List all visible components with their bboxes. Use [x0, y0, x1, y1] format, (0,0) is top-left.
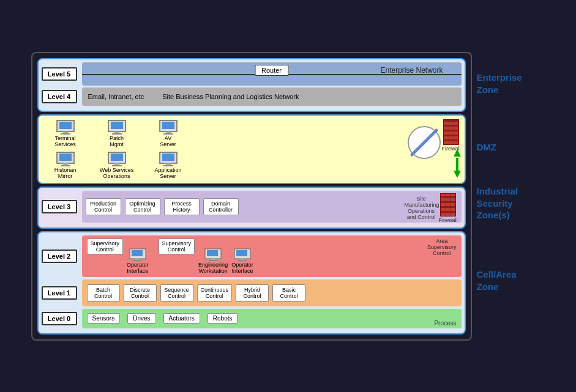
level3-box: Level 3: [42, 200, 77, 213]
enterprise-network-label: Enterprise Network: [380, 66, 443, 75]
svg-rect-12: [166, 131, 171, 133]
industrial-zone: Level 3 Production Control Optimizing Co…: [37, 187, 466, 229]
level4-content: Email, Intranet, etc Site Business Plann…: [82, 87, 462, 106]
level5-content: Enterprise Network Router: [82, 62, 462, 86]
dmz-no-entry-circle: [407, 125, 441, 160]
svg-rect-7: [111, 122, 123, 129]
level2-comp2: Engineering Workstation: [198, 248, 228, 274]
level2-op2-label: Operator Interface: [231, 262, 253, 274]
svg-rect-37: [238, 260, 247, 261]
diagram-wrapper: Level 5 Enterprise Network Router Level …: [25, 46, 552, 347]
arrow-down: [454, 171, 461, 178]
computer-icon-av: [159, 119, 178, 135]
level2-group2: Supervisory Control: [159, 239, 195, 254]
svg-rect-16: [63, 163, 68, 165]
arrow-stem-2: [456, 162, 458, 171]
cell-zone: Level 2 Supervisory Control: [37, 231, 466, 335]
level2-area-group: Area Supervisory Control: [427, 238, 457, 257]
svg-rect-13: [163, 133, 173, 135]
svg-rect-21: [112, 165, 122, 166]
level0-actuators: Actuators: [163, 313, 200, 324]
level1-continuous: Continuous Control: [197, 284, 233, 301]
svg-rect-28: [135, 259, 140, 260]
computer-icon-op1: [129, 248, 146, 262]
svg-rect-23: [162, 153, 174, 161]
dmz-row2: Historian Mirror Web Services Operations: [42, 151, 461, 179]
level2-row: Level 2 Supervisory Control: [42, 235, 462, 277]
computer-icon-historian: [56, 151, 75, 167]
firewall-bottom-wall: [440, 193, 456, 216]
dmz-label-av: AV Server: [160, 135, 176, 147]
firewall-top-wall: [443, 119, 459, 145]
level3-row: Level 3 Production Control Optimizing Co…: [42, 191, 462, 223]
computer-icon-eng: [204, 248, 222, 262]
svg-rect-27: [132, 250, 143, 256]
level1-basic: Basic Control: [272, 284, 305, 301]
zone-labels-panel: Enterprise Zone DMZ Industrial Security …: [472, 52, 545, 341]
dmz-item-web: Web Services Operations: [94, 151, 140, 179]
level2-op1-label: Operator Interface: [127, 262, 149, 274]
svg-rect-20: [114, 163, 119, 165]
svg-rect-29: [133, 260, 142, 261]
enterprise-zone: Level 5 Enterprise Network Router Level …: [37, 58, 466, 112]
level0-drives: Drives: [127, 313, 155, 324]
level4-site: Site Business Planning and Logistics Net…: [162, 93, 299, 100]
level0-content: Sensors Drives Actuators Robots Process: [82, 309, 462, 328]
svg-rect-36: [240, 259, 245, 260]
site-mfg-text: Site Manufacturing Operations and Contro…: [405, 196, 438, 220]
level2-group1: Supervisory Control: [87, 239, 124, 254]
level4-row: Level 4 Email, Intranet, etc Site Busine…: [42, 87, 462, 106]
level0-process: Process: [434, 320, 456, 327]
dmz-label-historian: Historian Mirror: [54, 167, 77, 179]
level3-content: Production Control Optimizing Control Pr…: [82, 191, 462, 223]
dmz-zone: Firewall: [37, 114, 466, 184]
level1-batch: Batch Control: [87, 284, 120, 301]
firewall-bottom: Firewall: [438, 193, 457, 223]
computer-icon-patch: [107, 119, 127, 135]
dmz-label-terminal: Terminal Services: [54, 135, 76, 147]
dmz-item-av: AV Server: [145, 119, 192, 147]
level2-area-label: Area Supervisory Control: [427, 238, 457, 256]
svg-rect-24: [166, 163, 171, 165]
dmz-label: DMZ: [477, 142, 497, 152]
level1-row: Level 1 Batch Control Discrete Control S…: [42, 279, 462, 306]
svg-rect-5: [61, 133, 70, 135]
dmz-label-app: Application Server: [154, 167, 181, 179]
arrow-up-1: [454, 149, 461, 157]
level0-box: Level 0: [42, 312, 77, 325]
router-box: Router: [255, 65, 288, 76]
level3-production: Production Control: [86, 198, 121, 215]
level0-row: Level 0 Sensors Drives Actuators Robots …: [42, 309, 462, 328]
enterprise-zone-label-container: Enterprise Zone: [477, 57, 545, 111]
cell-label: Cell/Area Zone: [477, 268, 517, 292]
dmz-item-patch: Patch Mgmt: [94, 119, 140, 147]
level4-box: Level 4: [42, 90, 77, 103]
level3-domain: Domain Controller: [203, 198, 239, 215]
svg-rect-8: [114, 131, 119, 133]
firewall-top: Firewall: [441, 119, 460, 152]
dmz-item-terminal: Terminal Services: [42, 119, 89, 147]
level5-box: Level 5: [42, 67, 77, 81]
level1-hybrid: Hybrid Control: [236, 284, 269, 301]
svg-rect-32: [211, 259, 215, 260]
level2-content: Supervisory Control Operator Interface: [82, 235, 462, 277]
svg-rect-17: [61, 165, 70, 166]
svg-rect-4: [63, 131, 68, 133]
dmz-item-historian: Historian Mirror: [42, 151, 89, 179]
level1-content: Batch Control Discrete Control Sequence …: [82, 279, 462, 306]
industrial-label-container: Industrial Security Zone(s): [477, 184, 545, 223]
computer-icon-web: [107, 151, 127, 167]
svg-rect-9: [112, 133, 122, 135]
computer-icon-app: [159, 151, 178, 167]
svg-rect-25: [163, 165, 173, 166]
level1-sequence: Sequence Control: [160, 284, 193, 301]
level2-eng-label: Engineering Workstation: [198, 262, 228, 274]
cell-label-container: Cell/Area Zone: [477, 226, 545, 336]
enterprise-zone-label: Enterprise Zone: [477, 72, 522, 95]
svg-rect-31: [207, 250, 218, 256]
level0-robots: Robots: [208, 313, 238, 324]
dmz-label-container: DMZ: [477, 113, 545, 182]
level0-sensors: Sensors: [87, 313, 121, 324]
level3-process-history: Process History: [164, 198, 200, 215]
level2-box: Level 2: [42, 250, 77, 263]
